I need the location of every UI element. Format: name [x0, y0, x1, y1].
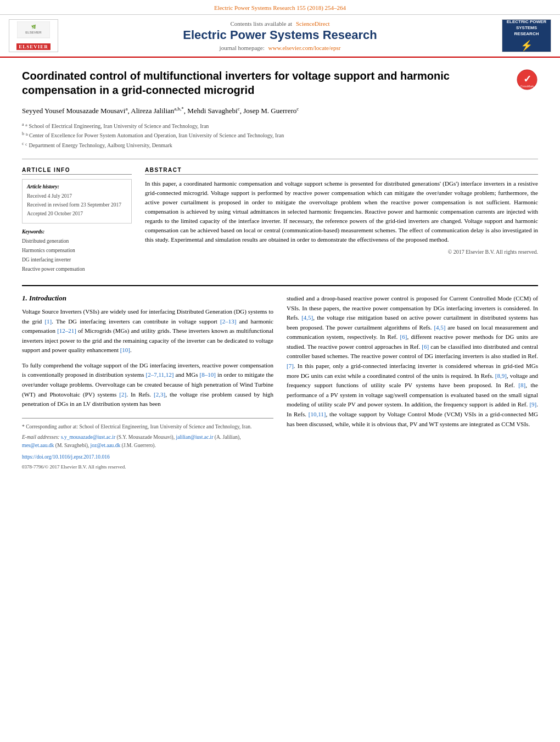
svg-text:🌿: 🌿 [31, 24, 36, 29]
issn-line: 0378-7796/© 2017 Elsevier B.V. All right… [22, 463, 273, 471]
ref-2-3[interactable]: [2,3] [154, 391, 165, 398]
footnote-section: * Corresponding author at: School of Ele… [22, 418, 273, 471]
ref-10[interactable]: [10] [120, 347, 130, 353]
article-info-heading: ARTICLE INFO [22, 167, 132, 175]
ref-2-13[interactable]: [2–13] [220, 318, 236, 325]
abstract-text: In this paper, a coordinated harmonic co… [145, 179, 538, 244]
crossmark-badge[interactable]: ✓ CrossMark [516, 69, 538, 91]
intro-section-title: 1. Introduction [22, 294, 273, 303]
elsevier-logo-svg: 🌿 ELSEVIER [17, 21, 50, 42]
ref-4-5[interactable]: [4,5] [301, 314, 313, 321]
article-title: Coordinated control of multifunctional i… [22, 69, 507, 97]
sciencedirect-link[interactable]: ScienceDirect [296, 20, 330, 27]
journal-homepage: journal homepage: www.elsevier.com/locat… [69, 44, 491, 51]
article-body: Coordinated control of multifunctional i… [0, 58, 560, 487]
intro-para-1: Voltage Source Inverters (VSIs) are wide… [22, 307, 273, 355]
contents-prefix: Contents lists available at [230, 20, 292, 27]
ref-2-7[interactable]: [2–7,11,12] [146, 371, 174, 378]
email-3[interactable]: mes@et.aau.dk [22, 443, 54, 448]
main-col-right: studied and a droop-based reactive power… [287, 294, 538, 471]
divider-after-affiliations [22, 159, 538, 159]
journal-citation-link[interactable]: Electric Power Systems Research 155 (201… [214, 4, 346, 11]
homepage-url[interactable]: www.elsevier.com/locate/epsr [268, 44, 341, 51]
footnote-emails: E-mail addresses: s.y_mousazade@iust.ac.… [22, 433, 273, 450]
svg-rect-0 [17, 21, 50, 38]
abstract-col: ABSTRACT In this paper, a coordinated ha… [145, 167, 538, 274]
article-title-section: Coordinated control of multifunctional i… [22, 69, 538, 97]
received-revised: Received in revised form 23 September 20… [27, 200, 127, 209]
journal-logo-right: ELECTRIC POWER SYSTEMS RESEARCH ⚡ [502, 19, 551, 52]
svg-text:ELSEVIER: ELSEVIER [25, 31, 42, 34]
intro-para-right-1: studied and a droop-based reactive power… [287, 294, 538, 429]
email-label: E-mail addresses: [22, 434, 60, 440]
journal-contents-line: Contents lists available at ScienceDirec… [69, 20, 491, 27]
ref-8-b[interactable]: [8] [518, 382, 525, 388]
right-logo-line2: SYSTEMS RESEARCH [505, 25, 548, 37]
affiliation-a: a ᵃ School of Electrical Engineering, Ir… [22, 121, 538, 131]
ref-7[interactable]: [7] [287, 362, 294, 369]
ref-8-9[interactable]: [8,9] [495, 372, 507, 379]
article-history-block: Article history: Received 4 July 2017 Re… [22, 179, 132, 223]
doi-line[interactable]: https://doi.org/10.1016/j.epsr.2017.10.0… [22, 453, 273, 461]
email-2[interactable]: jalilian@iust.ac.ir [176, 434, 214, 440]
keywords-label: Keywords: [22, 229, 132, 235]
article-info-col: ARTICLE INFO Article history: Received 4… [22, 167, 132, 274]
ref-4-5-b[interactable]: [4,5] [434, 324, 445, 331]
journal-citation-bar: Electric Power Systems Research 155 (201… [0, 0, 560, 15]
ref-2-pv[interactable]: [2] [119, 391, 126, 398]
copyright-line: © 2017 Elsevier B.V. All rights reserved… [145, 249, 538, 255]
abstract-heading: ABSTRACT [145, 167, 538, 175]
main-content: 1. Introduction Voltage Source Inverters… [22, 285, 538, 471]
email-4[interactable]: joz@et.aau.dk [91, 443, 121, 448]
affiliation-b: b ᵇ Center of Excellence for Power Syste… [22, 131, 538, 140]
ref-9-b[interactable]: [9] [529, 401, 536, 408]
ref-8-10[interactable]: [8–10] [200, 371, 216, 378]
ref-10-11[interactable]: [10,11] [309, 411, 326, 417]
intro-para-2: To fully comprehend the voltage support … [22, 361, 273, 409]
affiliations: a ᵃ School of Electrical Engineering, Ir… [22, 121, 538, 150]
right-logo-line1: ELECTRIC POWER [507, 19, 546, 25]
article-info-abstract-row: ARTICLE INFO Article history: Received 4… [22, 167, 538, 274]
doi-link[interactable]: https://doi.org/10.1016/j.epsr.2017.10.0… [22, 454, 110, 460]
keyword-1: Distributed generation [22, 237, 132, 246]
journal-title: Electric Power Systems Research [69, 28, 491, 42]
keyword-2: Harmonics compensation [22, 246, 132, 255]
footnote-star: * Corresponding author at: School of Ele… [22, 423, 273, 431]
while-text: while [335, 421, 349, 427]
received-date: Received 4 July 2017 [27, 192, 127, 200]
ref-6-b[interactable]: [6] [422, 343, 429, 350]
ref-12-21[interactable]: [12–21] [57, 327, 76, 334]
elsevier-brand-text: ELSEVIER [16, 43, 51, 50]
affiliation-c: c ᶜ Department of Energy Technology, Aal… [22, 141, 538, 150]
right-logo-icon: ⚡ [520, 39, 533, 53]
keyword-3: DG interfacing inverter [22, 255, 132, 265]
accepted-date: Accepted 20 October 2017 [27, 209, 127, 218]
homepage-prefix: journal homepage: [220, 44, 265, 51]
ref-1[interactable]: [1] [44, 318, 52, 325]
keywords-list: Distributed generation Harmonics compens… [22, 237, 132, 274]
journal-center: Contents lists available at ScienceDirec… [69, 20, 491, 51]
elsevier-logo: 🌿 ELSEVIER ELSEVIER [9, 19, 58, 52]
authors-line: Seyyed Yousef Mousazade Mousavia, Alirez… [22, 105, 538, 117]
history-label: Article history: [27, 184, 127, 189]
svg-text:CrossMark: CrossMark [520, 85, 534, 88]
keyword-4: Reactive power compensation [22, 265, 132, 274]
svg-text:✓: ✓ [523, 74, 531, 85]
main-col-left: 1. Introduction Voltage Source Inverters… [22, 294, 273, 471]
journal-header: 🌿 ELSEVIER ELSEVIER Contents lists avail… [0, 15, 560, 58]
ref-6[interactable]: [6] [400, 333, 407, 340]
email-1[interactable]: s.y_mousazade@iust.ac.ir [61, 434, 115, 440]
